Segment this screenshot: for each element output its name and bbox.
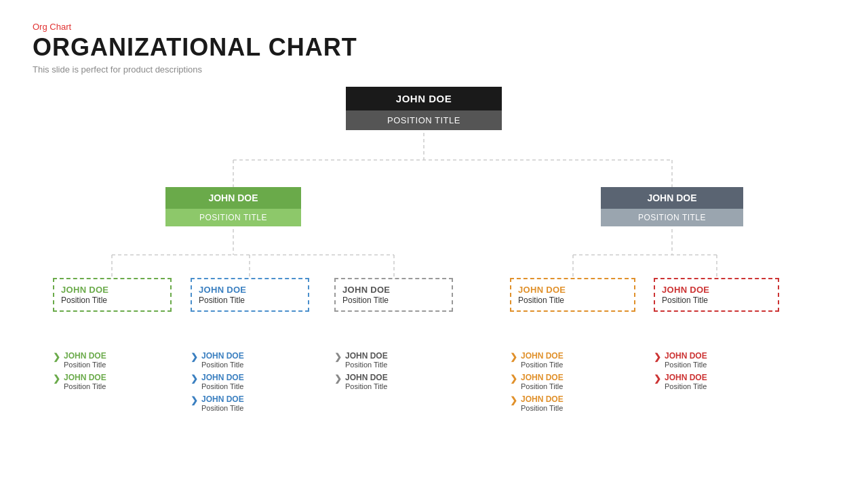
arrow-orange-2: ❯ <box>510 373 517 384</box>
sub-blue-2: ❯ JOHN DOE Position Title <box>191 373 244 390</box>
arrow-green-1: ❯ <box>53 352 60 362</box>
sub-orange-3-title: Position Title <box>521 404 564 412</box>
arrow-orange-3: ❯ <box>510 395 517 405</box>
sub-blue-1: ❯ JOHN DOE Position Title <box>191 351 244 369</box>
sub-gray-1-name: JOHN DOE <box>345 351 388 361</box>
sub-blue-3: ❯ JOHN DOE Position Title <box>191 394 244 412</box>
main-title: ORGANIZATIONAL CHART <box>33 33 835 62</box>
sub-blue-2-name: JOHN DOE <box>201 373 244 382</box>
sub-blue-1-name: JOHN DOE <box>201 351 244 361</box>
sub-orange-2-title: Position Title <box>521 382 564 390</box>
slide: Org Chart ORGANIZATIONAL CHART This slid… <box>0 0 868 488</box>
sub-green-2-title: Position Title <box>64 382 106 390</box>
sub-green-1-title: Position Title <box>64 361 106 369</box>
card-blue-name: JOHN DOE <box>199 285 301 295</box>
card-gray-name: JOHN DOE <box>342 285 445 295</box>
arrow-blue-2: ❯ <box>191 373 198 384</box>
sub-blue-2-title: Position Title <box>201 382 244 390</box>
header: Org Chart ORGANIZATIONAL CHART This slid… <box>33 22 835 75</box>
sub-red-items: ❯ JOHN DOE Position Title ❯ JOHN DOE Pos… <box>654 351 707 394</box>
org-label: Org Chart <box>33 22 835 32</box>
subtitle: This slide is perfect for product descri… <box>33 64 835 75</box>
arrow-green-2: ❯ <box>53 373 60 384</box>
sub-orange-3-name: JOHN DOE <box>521 394 564 404</box>
sub-orange-1-name: JOHN DOE <box>521 351 564 361</box>
arrow-red-2: ❯ <box>654 373 661 384</box>
arrow-blue-1: ❯ <box>191 352 198 362</box>
card-red-name: JOHN DOE <box>662 285 771 295</box>
card-green: JOHN DOE Position Title <box>53 278 172 312</box>
arrow-gray-1: ❯ <box>334 352 342 362</box>
card-blue: JOHN DOE Position Title <box>191 278 309 312</box>
sub-gray-items: ❯ JOHN DOE Position Title ❯ JOHN DOE Pos… <box>334 351 388 394</box>
arrow-blue-3: ❯ <box>191 395 198 405</box>
sub-green-items: ❯ JOHN DOE Position Title ❯ JOHN DOE Pos… <box>53 351 106 394</box>
sub-orange-2: ❯ JOHN DOE Position Title <box>510 373 564 390</box>
sub-red-2-name: JOHN DOE <box>665 373 707 382</box>
card-green-title: Position Title <box>61 296 163 305</box>
sub-red-1-name: JOHN DOE <box>665 351 707 361</box>
sub-green-2: ❯ JOHN DOE Position Title <box>53 373 106 390</box>
sub-orange-3: ❯ JOHN DOE Position Title <box>510 394 564 412</box>
sub-blue-3-name: JOHN DOE <box>201 394 244 404</box>
sub-green-1-name: JOHN DOE <box>64 351 106 361</box>
card-red: JOHN DOE Position Title <box>654 278 779 312</box>
l2-right-name: JOHN DOE <box>601 187 743 209</box>
sub-blue-items: ❯ JOHN DOE Position Title ❯ JOHN DOE Pos… <box>191 351 244 416</box>
card-orange-title: Position Title <box>518 296 627 305</box>
sub-orange-items: ❯ JOHN DOE Position Title ❯ JOHN DOE Pos… <box>510 351 564 416</box>
sub-gray-2-title: Position Title <box>345 382 388 390</box>
sub-red-2-title: Position Title <box>665 382 707 390</box>
sub-red-1: ❯ JOHN DOE Position Title <box>654 351 707 369</box>
arrow-gray-2: ❯ <box>334 373 342 384</box>
top-box: JOHN DOE POSITION TITLE <box>346 87 502 130</box>
chart-area: JOHN DOE POSITION TITLE JOHN DOE POSITIO… <box>33 87 835 480</box>
sub-green-1: ❯ JOHN DOE Position Title <box>53 351 106 369</box>
top-box-title: POSITION TITLE <box>346 110 502 130</box>
l2-right-box: JOHN DOE POSITION TITLE <box>601 187 743 226</box>
top-box-name: JOHN DOE <box>346 87 502 110</box>
sub-orange-2-name: JOHN DOE <box>521 373 564 382</box>
sub-blue-3-title: Position Title <box>201 404 244 412</box>
card-orange-name: JOHN DOE <box>518 285 627 295</box>
l2-left-name: JOHN DOE <box>165 187 301 209</box>
card-orange: JOHN DOE Position Title <box>510 278 635 312</box>
sub-gray-1-title: Position Title <box>345 361 388 369</box>
sub-gray-2-name: JOHN DOE <box>345 373 388 382</box>
sub-orange-1: ❯ JOHN DOE Position Title <box>510 351 564 369</box>
l2-right-title: POSITION TITLE <box>601 209 743 226</box>
card-red-title: Position Title <box>662 296 771 305</box>
sub-blue-1-title: Position Title <box>201 361 244 369</box>
card-gray: JOHN DOE Position Title <box>334 278 453 312</box>
sub-red-1-title: Position Title <box>665 361 707 369</box>
sub-gray-1: ❯ JOHN DOE Position Title <box>334 351 388 369</box>
card-blue-title: Position Title <box>199 296 301 305</box>
sub-green-2-name: JOHN DOE <box>64 373 106 382</box>
l2-left-title: POSITION TITLE <box>165 209 301 226</box>
sub-orange-1-title: Position Title <box>521 361 564 369</box>
l2-left-box: JOHN DOE POSITION TITLE <box>165 187 301 226</box>
arrow-red-1: ❯ <box>654 352 661 362</box>
card-green-name: JOHN DOE <box>61 285 163 295</box>
card-gray-title: Position Title <box>342 296 445 305</box>
sub-gray-2: ❯ JOHN DOE Position Title <box>334 373 388 390</box>
arrow-orange-1: ❯ <box>510 352 517 362</box>
sub-red-2: ❯ JOHN DOE Position Title <box>654 373 707 390</box>
